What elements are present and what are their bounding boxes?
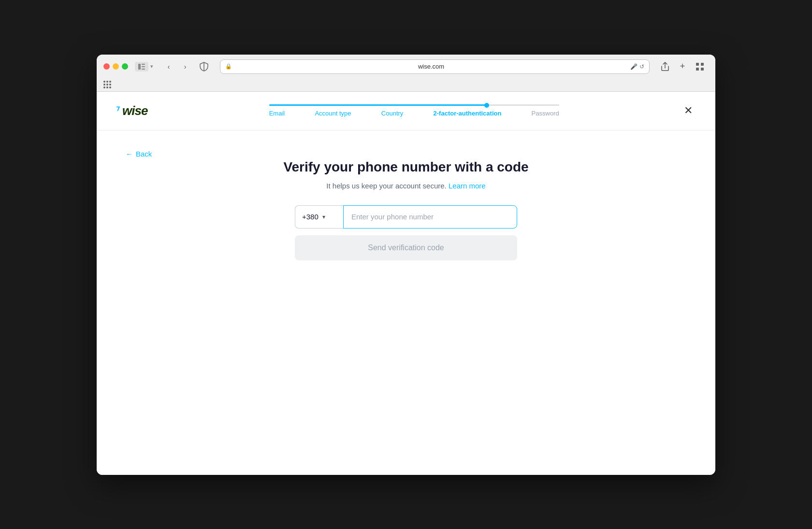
share-btn[interactable] <box>658 60 672 73</box>
step-password[interactable]: Password <box>532 110 559 117</box>
svg-rect-4 <box>696 63 699 66</box>
address-bar-area: 🔒 wise.com 🎤 ↺ <box>220 59 650 74</box>
browser-nav: ‹ › <box>162 60 192 73</box>
traffic-lights <box>103 63 128 70</box>
country-code-value: +380 <box>302 213 319 221</box>
browser-chrome: ▾ ‹ › 🔒 wise.com 🎤 <box>97 55 715 92</box>
subtitle-text: It helps us keep your account secure. <box>326 182 446 190</box>
browser-window: ▾ ‹ › 🔒 wise.com 🎤 <box>97 55 715 475</box>
shield-btn[interactable] <box>197 59 211 74</box>
logo-text: wise <box>122 103 147 118</box>
subtitle: It helps us keep your account secure. Le… <box>326 182 485 190</box>
page-title: Verify your phone number with a code <box>283 159 528 175</box>
learn-more-link[interactable]: Learn more <box>449 182 486 190</box>
main-content: ← Back Verify your phone number with a c… <box>97 130 715 475</box>
step-2fa[interactable]: 2-factor-authentication <box>434 110 502 117</box>
svg-rect-7 <box>701 68 704 71</box>
back-link-label: Back <box>136 150 152 158</box>
lock-icon: 🔒 <box>225 63 232 70</box>
progress-bar-container <box>269 104 559 106</box>
app-header: ⁷ wise Email Account type Country 2-fact… <box>97 92 715 130</box>
svg-rect-1 <box>142 64 145 65</box>
svg-rect-3 <box>142 69 145 70</box>
svg-rect-0 <box>138 64 141 70</box>
svg-rect-2 <box>142 66 145 67</box>
new-tab-btn[interactable]: + <box>676 60 689 73</box>
close-traffic-light[interactable] <box>103 63 110 70</box>
page-content: ⁷ wise Email Account type Country 2-fact… <box>97 92 715 475</box>
maximize-traffic-light[interactable] <box>122 63 128 70</box>
send-code-button[interactable]: Send verification code <box>295 235 517 260</box>
step-country[interactable]: Country <box>381 110 404 117</box>
form-container: Verify your phone number with a code It … <box>126 150 686 260</box>
step-account-type[interactable]: Account type <box>315 110 351 117</box>
minimize-traffic-light[interactable] <box>113 63 119 70</box>
chevron-down-icon: ▾ <box>322 214 325 220</box>
close-button[interactable]: ✕ <box>681 103 696 118</box>
progress-steps: Email Account type Country 2-factor-auth… <box>269 110 559 117</box>
wise-logo[interactable]: ⁷ wise <box>116 103 147 118</box>
step-email[interactable]: Email <box>269 110 285 117</box>
address-bar[interactable]: 🔒 wise.com 🎤 ↺ <box>220 59 650 74</box>
window-controls: ▾ <box>135 62 153 71</box>
logo-symbol: ⁷ <box>116 105 119 116</box>
phone-input-group: +380 ▾ <box>295 205 517 229</box>
url-text: wise.com <box>235 63 627 70</box>
country-code-select[interactable]: +380 ▾ <box>295 205 343 229</box>
apps-grid-icon[interactable] <box>103 81 111 88</box>
forward-nav-btn[interactable]: › <box>178 60 192 73</box>
sidebar-toggle-btn[interactable] <box>135 62 148 71</box>
progress-bar-fill <box>269 104 487 106</box>
back-arrow-icon: ← <box>126 150 133 158</box>
svg-rect-6 <box>696 68 699 71</box>
svg-rect-5 <box>701 63 704 66</box>
phone-number-input[interactable] <box>343 205 517 229</box>
progress-nav: Email Account type Country 2-factor-auth… <box>269 104 559 117</box>
browser-actions: + <box>658 60 707 73</box>
media-controls: 🎤 ↺ <box>630 63 644 70</box>
browser-toolbar <box>97 79 715 91</box>
back-nav-btn[interactable]: ‹ <box>162 60 175 73</box>
back-link[interactable]: ← Back <box>126 150 152 158</box>
grid-btn[interactable] <box>693 60 707 73</box>
